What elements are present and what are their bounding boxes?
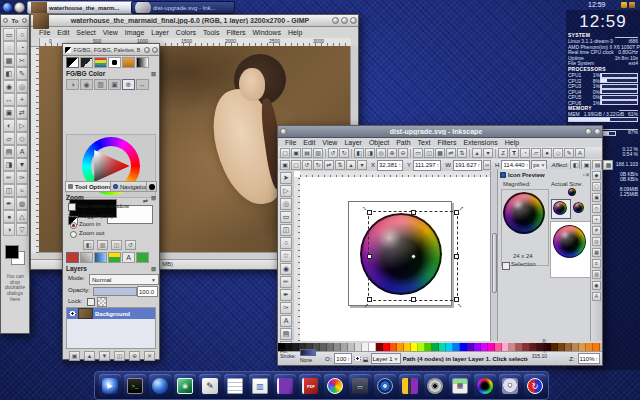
- tray-icon-2[interactable]: [629, 2, 635, 8]
- menu-inkscape-object[interactable]: Object: [369, 139, 389, 146]
- dock-icon-office-chart[interactable]: ▥: [249, 374, 271, 397]
- menu-gimp-tools[interactable]: Tools: [203, 29, 219, 36]
- fg-color-swatch[interactable]: [5, 245, 19, 259]
- selection-handle[interactable]: [367, 210, 372, 215]
- gimp-tool-foreground-select-icon[interactable]: ◧: [3, 67, 15, 80]
- menu-gimp-image[interactable]: Image: [125, 29, 144, 36]
- lock-ratio-icon[interactable]: ∞: [483, 160, 491, 170]
- menu-gimp-filters[interactable]: Filters: [226, 29, 245, 36]
- tool-star-icon[interactable]: ☆: [280, 250, 292, 262]
- command-zoom-out-icon[interactable]: ⊖: [398, 148, 408, 158]
- gimp-tool-zoom-icon[interactable]: ◎: [16, 80, 28, 93]
- layer-visibility-icon[interactable]: [354, 356, 361, 361]
- gimp-tool-perspective-icon[interactable]: ◇: [16, 132, 28, 145]
- dock-icon-image-viewer[interactable]: ◉: [174, 374, 196, 397]
- gimp-tool-eraser-icon[interactable]: ◫: [3, 184, 15, 197]
- selection-center-handle[interactable]: [411, 254, 416, 259]
- snap-snap-center-icon[interactable]: ◎: [592, 237, 601, 246]
- gimp-titlebar[interactable]: waterhouse_the_marmaid_final.jpg-6.0 (RG…: [31, 15, 358, 27]
- tab-color-circle[interactable]: [146, 181, 157, 192]
- control-lower-step-icon[interactable]: ▾: [357, 160, 367, 170]
- selection-handle[interactable]: [454, 210, 459, 215]
- color-tab-scales[interactable]: ▣: [108, 79, 121, 90]
- tool-spiral-icon[interactable]: ◉: [280, 263, 292, 275]
- x-input[interactable]: 32.381↕: [377, 160, 403, 171]
- gimp-tool-paintbrush-icon[interactable]: ✑: [16, 171, 28, 184]
- minimize-icon[interactable]: [144, 47, 150, 53]
- image-tab-fgbg2[interactable]: [80, 57, 93, 68]
- dock-icon-audio-mixer[interactable]: [424, 374, 446, 397]
- zoom-input[interactable]: 110%↕: [578, 353, 600, 364]
- layer-duplicate-layer-icon[interactable]: ◫: [114, 351, 125, 361]
- tool-node-editor-icon[interactable]: ▷: [280, 185, 292, 197]
- dock-icon-color-wheel[interactable]: [474, 374, 496, 397]
- command-paste-icon[interactable]: ◨: [365, 148, 375, 158]
- svg-page[interactable]: ↔ ↔ ↔ ↔: [348, 201, 452, 306]
- image-tab-stripes[interactable]: [94, 57, 107, 68]
- zoom-in-radio[interactable]: [70, 222, 77, 229]
- dock-tab-palettes[interactable]: [108, 252, 121, 263]
- layer-raise-layer-icon[interactable]: ▲: [84, 351, 95, 361]
- menu-gimp-colors[interactable]: Colors: [176, 29, 196, 36]
- menu-gimp-view[interactable]: View: [103, 29, 118, 36]
- dock-tab-brushes[interactable]: [66, 252, 79, 263]
- gimp-tool-heal-icon[interactable]: ●: [3, 210, 15, 223]
- gimp-tool-flip-icon[interactable]: ▤: [3, 145, 15, 158]
- dock-icon-film-roll[interactable]: [399, 374, 421, 397]
- snap-snap-toggle-icon[interactable]: ◆: [592, 171, 601, 180]
- color-tab-picker[interactable]: ⊕: [122, 79, 135, 90]
- command-align-dialog-icon[interactable]: ●: [542, 148, 552, 158]
- affect-affect-pattern-icon[interactable]: ▩: [603, 160, 613, 170]
- preview-16-orb[interactable]: [573, 202, 584, 213]
- gimp-tool-gradient-icon[interactable]: ▼: [16, 158, 28, 171]
- snap-snap-grid-icon[interactable]: ▦: [592, 248, 601, 257]
- dock-icon-pdf-reader[interactable]: PDF: [299, 374, 321, 397]
- dock-icon-printer[interactable]: ▭: [349, 374, 371, 397]
- layer-new-layer-icon[interactable]: ▣: [69, 351, 80, 361]
- taskbar-item-inkscape[interactable]: dist-upgrade.svg - Ink...: [131, 1, 235, 14]
- tab-tool-options[interactable]: Tool Options: [65, 181, 115, 192]
- dock-icon-calculator[interactable]: ▦: [449, 374, 471, 397]
- command-transform-icon[interactable]: ▱: [531, 148, 541, 158]
- visibility-eye-icon[interactable]: [69, 311, 76, 316]
- command-new-document-icon[interactable]: ▢: [280, 148, 290, 158]
- menu-inkscape-edit[interactable]: Edit: [303, 139, 315, 146]
- menu-gimp-file[interactable]: File: [39, 29, 50, 36]
- selection-handle[interactable]: [411, 210, 416, 215]
- y-input[interactable]: 111.297↕: [413, 160, 441, 171]
- selection-checkbox[interactable]: [502, 262, 510, 270]
- menu-gimp-help[interactable]: Help: [288, 29, 302, 36]
- image-tab-circle[interactable]: [108, 57, 121, 68]
- maximize-icon[interactable]: [585, 128, 592, 135]
- window-menu-icon[interactable]: [3, 18, 8, 23]
- dock-tab-fonts[interactable]: A: [122, 252, 135, 263]
- control-deselect-icon[interactable]: ▢: [291, 160, 301, 170]
- width-input[interactable]: 191.627↕: [453, 160, 482, 171]
- gimp-tool-text-icon[interactable]: A: [16, 145, 28, 158]
- layer-delete-layer-icon[interactable]: ✕: [144, 351, 155, 361]
- lock-checkbox[interactable]: [87, 298, 95, 306]
- gimp-tool-rotate-icon[interactable]: ◐: [3, 119, 15, 132]
- command-group-icon[interactable]: ⇄: [446, 148, 456, 158]
- dock-tab-gradients[interactable]: [94, 252, 107, 263]
- gimp-tool-clone-icon[interactable]: ◍: [16, 197, 28, 210]
- menu-inkscape-view[interactable]: View: [322, 139, 337, 146]
- close-icon[interactable]: [350, 17, 357, 24]
- layer-mode-dropdown[interactable]: Normal▼: [89, 274, 159, 285]
- control-flip-v-icon[interactable]: ⇅: [335, 160, 345, 170]
- gimp-tool-rect-select-icon[interactable]: ▭: [3, 28, 15, 41]
- window-menu-icon[interactable]: [280, 128, 287, 135]
- command-raise-icon[interactable]: ▴: [472, 148, 482, 158]
- dock-icon-cd-burner[interactable]: [499, 374, 521, 397]
- snap-snap-guide-icon[interactable]: ≡: [592, 259, 601, 268]
- zoom-out-radio[interactable]: [70, 231, 77, 238]
- option-save-options-icon[interactable]: ◧: [83, 240, 94, 250]
- gimp-tool-free-select-icon[interactable]: ◌: [3, 41, 15, 54]
- tool-gradient-tool-icon[interactable]: ▤: [280, 328, 292, 340]
- layer-lock-icon[interactable]: ⬓: [363, 355, 369, 362]
- selection-handle[interactable]: [367, 254, 372, 259]
- show-desktop-button[interactable]: [14, 2, 25, 13]
- command-lower-icon[interactable]: ▾: [483, 148, 493, 158]
- menu-inkscape-filters[interactable]: Filters: [437, 139, 456, 146]
- close-panel-icon[interactable]: ⊠: [151, 194, 156, 201]
